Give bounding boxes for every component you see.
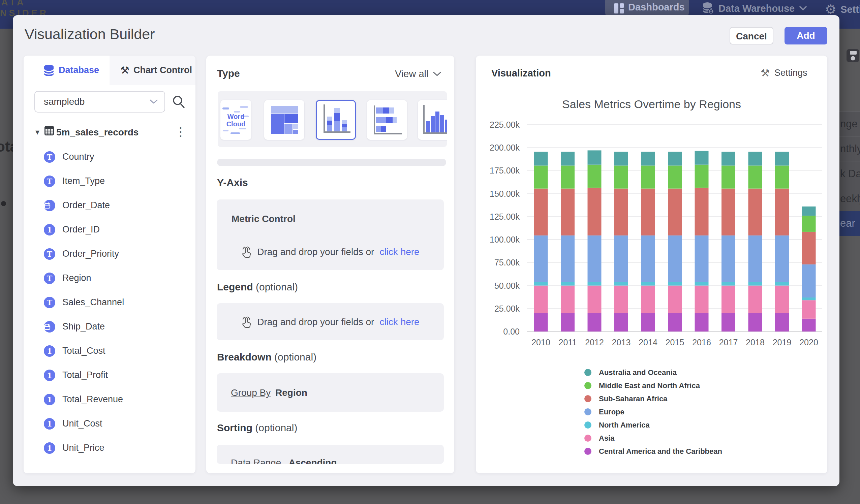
- visualization-panel: Visualization ⚒ Settings Sales Metrics O…: [476, 56, 827, 473]
- database-select[interactable]: sampledb: [34, 91, 165, 113]
- field-label: Item_Type: [62, 176, 105, 186]
- svg-text:50.00k: 50.00k: [494, 281, 520, 290]
- field-row-order_priority[interactable]: TOrder_Priority: [24, 242, 196, 266]
- database-icon: [43, 64, 55, 76]
- click-here-link[interactable]: click here: [379, 317, 419, 328]
- table-tree-node[interactable]: ▾ 5m_sales_records ⋮: [24, 121, 196, 145]
- group-by-label[interactable]: Group By: [231, 387, 271, 398]
- svg-text:100.00k: 100.00k: [490, 235, 520, 244]
- metric-control-dropzone[interactable]: Metric Control Drag and drop your fields…: [217, 199, 444, 270]
- svg-text:225.00k: 225.00k: [490, 120, 520, 129]
- legend-label: Australia and Oceania: [599, 368, 677, 377]
- field-row-country[interactable]: TCountry: [24, 145, 196, 169]
- legend-item[interactable]: Australia and Oceania: [584, 366, 722, 379]
- svg-text:2020: 2020: [799, 337, 818, 347]
- legend-item[interactable]: North America: [584, 418, 722, 432]
- sorting-section-heading: Sorting (optional): [217, 422, 297, 434]
- legend-color-dot: [584, 421, 591, 429]
- field-row-order_id[interactable]: 1Order_ID: [24, 218, 196, 242]
- background-list-item: k Date: [840, 161, 860, 186]
- metric-control-title: Metric Control: [231, 214, 296, 225]
- legend-color-dot: [584, 382, 591, 389]
- svg-text:150.00k: 150.00k: [490, 189, 520, 199]
- tab-database[interactable]: Database: [24, 56, 110, 85]
- text-field-icon: T: [44, 297, 55, 308]
- search-icon[interactable]: [172, 95, 185, 109]
- chart-type-treemap[interactable]: [264, 100, 304, 140]
- kebab-menu-icon[interactable]: ⋮: [175, 125, 187, 139]
- field-row-total_revenue[interactable]: 1Total_Revenue: [24, 387, 196, 412]
- legend-section-heading: Legend (optional): [217, 281, 298, 293]
- word-cloud-word2: Cloud: [220, 120, 252, 128]
- column-chart-icon: [418, 100, 447, 140]
- svg-text:2015: 2015: [665, 337, 685, 347]
- tab-chart-control-label: Chart Control: [133, 65, 192, 75]
- legend-item[interactable]: Europe: [584, 405, 722, 418]
- chart-type-stacked-column-selected[interactable]: [316, 100, 356, 140]
- click-here-link[interactable]: click here: [379, 247, 419, 257]
- svg-text:2016: 2016: [692, 337, 711, 347]
- legend-color-dot: [584, 435, 591, 442]
- field-label: Order_ID: [62, 225, 100, 235]
- dimmed-page-left-edge: otal: [0, 29, 13, 504]
- field-row-unit_cost[interactable]: 1Unit_Cost: [24, 412, 196, 436]
- tab-database-label: Database: [59, 65, 99, 75]
- sort-field-label[interactable]: Data Range: [231, 458, 281, 464]
- cancel-button[interactable]: Cancel: [730, 27, 773, 44]
- field-label: Region: [62, 273, 91, 283]
- chart-type-word-cloud[interactable]: Word Cloud: [220, 100, 252, 140]
- background-list-item: nge: [840, 111, 860, 136]
- legend-color-dot: [584, 369, 591, 376]
- field-row-total_profit[interactable]: 1Total_Profit: [24, 363, 196, 387]
- view-all-dropdown[interactable]: View all: [395, 68, 441, 80]
- nav-item-data-warehouse[interactable]: Data Warehouse: [702, 2, 807, 15]
- legend-item[interactable]: Sub-Saharan Africa: [584, 392, 722, 405]
- legend-item[interactable]: Asia: [584, 432, 722, 445]
- tab-chart-control[interactable]: ⚒ Chart Control: [110, 56, 196, 85]
- field-label: Unit_Price: [62, 443, 104, 453]
- field-row-sales_channel[interactable]: TSales_Channel: [24, 290, 196, 315]
- nav-item-dashboards[interactable]: Dashboards: [605, 0, 689, 16]
- background-dropdown-list: ngenthlyk Dateeeklyear: [840, 111, 860, 236]
- drag-drop-text: Drag and drop your fields or: [257, 317, 374, 328]
- chart-type-column[interactable]: [418, 100, 447, 140]
- gear-icon: ⚙: [825, 2, 836, 17]
- field-row-unit_price[interactable]: 1Unit_Price: [24, 436, 196, 460]
- data-warehouse-icon: [702, 2, 714, 15]
- save-icon: [847, 49, 859, 62]
- svg-text:75.00k: 75.00k: [494, 258, 520, 267]
- table-name: 5m_sales_records: [56, 127, 139, 138]
- chevron-down-icon: [149, 99, 158, 104]
- caret-down-icon[interactable]: ▾: [35, 127, 40, 137]
- legend-item[interactable]: Central America and the Caribbean: [584, 445, 722, 458]
- dashboards-grid-icon: [614, 3, 624, 13]
- field-row-total_cost[interactable]: 1Total_Cost: [24, 339, 196, 363]
- text-field-icon: T: [44, 248, 55, 260]
- sort-direction-value[interactable]: Ascending: [288, 458, 336, 464]
- legend-dropzone[interactable]: Drag and drop your fields or click here: [217, 303, 444, 340]
- chart-type-stacked-bar[interactable]: [367, 100, 407, 140]
- legend-label: Europe: [599, 408, 625, 416]
- svg-text:2014: 2014: [639, 337, 658, 347]
- field-row-item_type[interactable]: TItem_Type: [24, 169, 196, 193]
- field-row-region[interactable]: TRegion: [24, 266, 196, 290]
- carousel-scrollbar[interactable]: [217, 159, 446, 166]
- legend-label: Central America and the Caribbean: [599, 447, 722, 456]
- sorting-control[interactable]: Data RangeAscending: [217, 445, 444, 464]
- svg-text:2010: 2010: [531, 337, 550, 347]
- svg-text:2013: 2013: [612, 337, 631, 347]
- text-field-icon: T: [44, 175, 55, 187]
- add-button[interactable]: Add: [785, 27, 827, 44]
- field-row-order_date[interactable]: Order_Date: [24, 193, 196, 218]
- breakdown-control[interactable]: Group By Region: [217, 373, 444, 412]
- background-list-item: nthly: [840, 136, 860, 161]
- legend-item[interactable]: Middle East and North Africa: [584, 379, 722, 392]
- nav-item-settings[interactable]: ⚙ Setti: [825, 2, 860, 17]
- group-by-value[interactable]: Region: [275, 387, 307, 398]
- legend-label: Middle East and North Africa: [599, 381, 700, 390]
- number-field-icon: 1: [44, 394, 55, 405]
- stacked-column-icon: [317, 101, 355, 139]
- visualization-builder-dialog: Visualization Builder Cancel Add Databas…: [13, 15, 840, 486]
- svg-text:0.00: 0.00: [503, 327, 520, 336]
- field-row-ship_date[interactable]: Ship_Date: [24, 315, 196, 339]
